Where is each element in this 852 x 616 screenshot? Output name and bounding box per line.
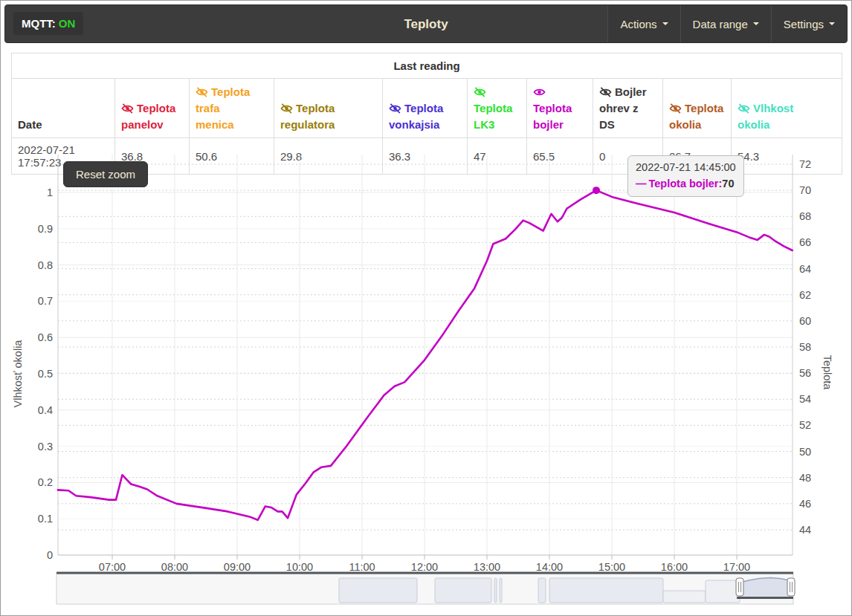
right-tick-label: 56: [799, 367, 811, 379]
navigator-block: [435, 578, 491, 603]
left-tick-label: 0.9: [38, 223, 53, 235]
tooltip-series-value: 70: [722, 178, 734, 189]
x-tick-label: 08:00: [161, 561, 188, 573]
right-tick-label: 48: [799, 472, 811, 484]
right-axis-title: Teplota: [822, 355, 833, 391]
x-tick-label: 14:00: [536, 561, 563, 573]
temperature-chart[interactable]: 07:0008:0009:0010:0011:0012:0013:0014:00…: [1, 1, 852, 616]
series-dash-icon: —: [636, 178, 647, 189]
right-tick-label: 62: [799, 289, 811, 301]
navigator-block: [663, 591, 706, 603]
chart-tooltip: 2022-07-21 14:45:00 —Teplota bojler:70: [627, 155, 744, 197]
series-line-teplota-bojler: [58, 190, 793, 520]
left-tick-label: 0.7: [38, 295, 53, 307]
left-tick-label: 0.4: [38, 404, 53, 416]
right-tick-label: 54: [799, 393, 811, 405]
x-tick-label: 15:00: [598, 561, 625, 573]
right-tick-label: 68: [799, 210, 811, 222]
right-tick-label: 50: [799, 446, 811, 458]
left-tick-label: 1: [47, 187, 53, 198]
navigator-block: [339, 578, 417, 603]
right-tick-label: 70: [799, 184, 811, 196]
right-tick-label: 60: [799, 315, 811, 327]
left-tick-label: 0.5: [38, 368, 53, 380]
right-tick-label: 46: [799, 498, 811, 510]
right-tick-label: 64: [799, 263, 811, 275]
left-tick-label: 0: [47, 549, 53, 561]
left-tick-label: 0.8: [38, 259, 53, 271]
tooltip-date: 2022-07-21 14:45:00: [636, 160, 736, 176]
left-tick-label: 0.6: [38, 331, 53, 343]
tooltip-series-row: —Teplota bojler:70: [636, 176, 736, 192]
navigator-block: [549, 578, 663, 603]
tooltip-series-label: Teplota bojler:: [649, 178, 723, 189]
right-tick-label: 52: [799, 419, 811, 431]
app-window: MQTT:ON Teploty Actions Data range Setti…: [0, 0, 852, 616]
reset-zoom-button[interactable]: Reset zoom: [63, 161, 148, 187]
highlighted-data-point: [593, 187, 600, 194]
navigator-block: [500, 578, 502, 603]
right-tick-label: 66: [799, 236, 811, 248]
x-tick-label: 12:00: [411, 561, 438, 573]
left-axis-title: Vlhkosť okolia: [12, 340, 24, 408]
x-tick-label: 16:00: [661, 561, 688, 573]
left-tick-label: 0.3: [38, 441, 53, 453]
x-tick-label: 13:00: [474, 561, 500, 573]
right-tick-label: 72: [799, 158, 811, 170]
right-tick-label: 44: [799, 524, 811, 536]
navigator-block: [706, 580, 740, 603]
right-tick-label: 58: [799, 341, 811, 353]
x-tick-label: 11:00: [349, 561, 375, 573]
x-tick-label: 17:00: [723, 561, 750, 573]
navigator-block: [538, 578, 546, 603]
x-tick-label: 10:00: [286, 561, 313, 573]
navigator-handle-right[interactable]: [787, 578, 795, 596]
x-tick-label: 09:00: [224, 561, 251, 573]
navigator-handle-left[interactable]: [736, 578, 743, 596]
x-tick-label: 07:00: [99, 561, 126, 573]
left-tick-label: 0.2: [38, 476, 53, 488]
navigator-block: [494, 578, 497, 603]
left-tick-label: 0.1: [38, 513, 53, 525]
